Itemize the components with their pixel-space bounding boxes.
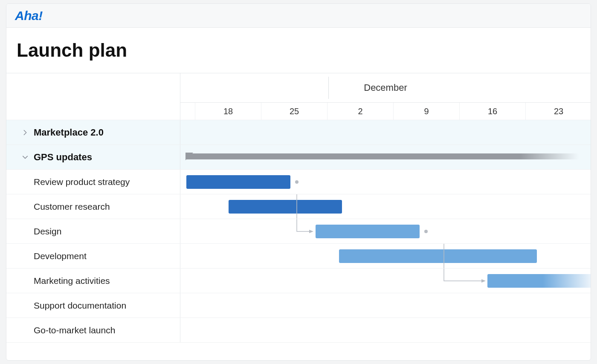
gantt-group-right [180, 145, 591, 169]
gantt-task-label: Customer research [34, 202, 110, 212]
gantt-header-right: December 18 25 2 9 16 23 [180, 73, 591, 120]
gantt-task-label: Development [34, 251, 87, 261]
gantt-month-label: December [364, 82, 407, 93]
gantt-task-left[interactable]: Review product strategy [6, 170, 180, 194]
dependency-dot-icon [295, 180, 298, 184]
gantt-group-right [180, 120, 591, 144]
dependency-line-icon [297, 219, 312, 231]
gantt-chart: December 18 25 2 9 16 23 Marketplac [6, 73, 591, 343]
gantt-day-header: 18 [195, 103, 261, 120]
gantt-group-left: Marketplace 2.0 [6, 120, 180, 144]
topbar: Aha! [6, 4, 591, 28]
gantt-task-right [180, 170, 591, 194]
gantt-month-band: December [180, 73, 591, 102]
dependency-line-icon [444, 269, 484, 281]
dependency-dot-icon [424, 230, 428, 233]
gantt-task-right [180, 219, 591, 243]
gantt-task-right [180, 269, 591, 293]
gantt-task-right [180, 194, 591, 219]
gantt-task-right [180, 244, 591, 268]
gantt-task-left[interactable]: Go-to-market launch [6, 318, 180, 342]
gantt-group-left: GPS updates [6, 145, 180, 169]
gantt-bar-research[interactable] [229, 200, 342, 214]
gantt-task-right [180, 318, 591, 342]
gantt-group-label: Marketplace 2.0 [34, 127, 104, 138]
gantt-header-left [6, 73, 180, 120]
page-header: Launch plan [6, 28, 591, 73]
chevron-down-icon[interactable] [21, 153, 29, 162]
gantt-day-header: 16 [459, 103, 525, 120]
gantt-bar-design[interactable] [316, 225, 420, 238]
app-window: Aha! Launch plan December 18 25 2 9 16 [6, 3, 591, 361]
gantt-group-row-gps[interactable]: GPS updates [6, 145, 591, 170]
gantt-task-label: Design [34, 226, 61, 237]
gantt-header-row: December 18 25 2 9 16 23 [6, 73, 591, 120]
dependency-arrow-icon [481, 279, 486, 283]
gantt-task-left[interactable]: Marketing activities [6, 269, 180, 293]
gantt-task-row: Review product strategy [6, 170, 591, 194]
gantt-task-left[interactable]: Customer research [6, 194, 180, 219]
gantt-day-header: 2 [327, 103, 393, 120]
page-title: Launch plan [17, 40, 591, 61]
gantt-day-header: 25 [261, 103, 327, 120]
gantt-task-row: Marketing activities [6, 269, 591, 293]
gantt-group-row-marketplace[interactable]: Marketplace 2.0 [6, 120, 591, 145]
gantt-bar-marketing[interactable] [487, 274, 591, 288]
gantt-bar-strategy[interactable] [186, 175, 290, 189]
gantt-task-row: Design [6, 219, 591, 244]
gantt-task-row: Development [6, 244, 591, 269]
gantt-task-row: Go-to-market launch [6, 318, 591, 343]
gantt-task-left[interactable]: Support documentation [6, 293, 180, 318]
gantt-day-header: 23 [525, 103, 591, 120]
gantt-task-left[interactable]: Development [6, 244, 180, 268]
gantt-task-label: Marketing activities [34, 276, 110, 286]
gantt-task-row: Support documentation [6, 293, 591, 318]
gantt-task-left[interactable]: Design [6, 219, 180, 243]
gantt-task-label: Review product strategy [34, 177, 130, 187]
gantt-day-gutter [180, 103, 195, 120]
gantt-day-header: 9 [393, 103, 459, 120]
gantt-task-label: Go-to-market launch [34, 325, 115, 335]
gantt-task-right [180, 293, 591, 318]
gantt-days-band: 18 25 2 9 16 23 [180, 102, 591, 120]
gantt-task-label: Support documentation [34, 300, 126, 311]
dependency-arrow-icon [309, 230, 313, 233]
gantt-bar-development[interactable] [339, 249, 537, 263]
gantt-task-row: Customer research [6, 194, 591, 219]
chevron-right-icon[interactable] [21, 128, 29, 137]
gantt-summary-bar[interactable] [186, 153, 579, 159]
app-logo: Aha! [15, 9, 43, 23]
gantt-group-label: GPS updates [34, 152, 92, 163]
